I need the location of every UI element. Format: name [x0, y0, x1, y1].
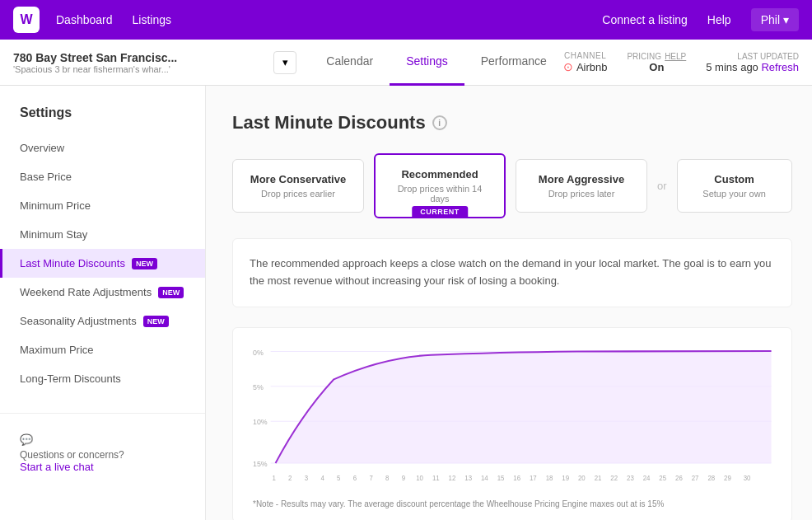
- airbnb-icon: ⊙: [563, 60, 573, 73]
- svg-text:2: 2: [288, 475, 292, 482]
- nav-links: Dashboard Listings: [56, 13, 602, 26]
- last-updated-info: LAST UPDATED 5 mins ago Refresh: [706, 52, 799, 73]
- svg-text:25: 25: [659, 475, 666, 482]
- option-recommended-subtitle: Drop prices within 14 days: [392, 184, 488, 204]
- svg-text:14: 14: [481, 475, 488, 482]
- pricing-label: PRICING help: [627, 52, 686, 61]
- sidebar-item-minimum-price[interactable]: Minimum Price: [0, 191, 205, 220]
- chart-container: 0% 5% 10% 15% 1 2 3: [232, 327, 792, 520]
- sidebar-title: Settings: [0, 105, 205, 134]
- sidebar-item-base-price[interactable]: Base Price: [0, 162, 205, 191]
- svg-text:30: 30: [744, 475, 751, 482]
- sidebar-item-long-term[interactable]: Long-Term Discounts: [0, 364, 205, 393]
- svg-text:4: 4: [320, 475, 324, 482]
- svg-text:0%: 0%: [253, 348, 264, 356]
- option-custom-title: Custom: [698, 173, 772, 185]
- chart-area: 0% 5% 10% 15% 1 2 3: [253, 344, 772, 493]
- option-recommended[interactable]: Recommended Drop prices within 14 days C…: [374, 153, 506, 218]
- property-subtitle: 'Spacious 3 br near fisherman's whar...': [13, 64, 273, 74]
- page-title: Last Minute Discounts i: [232, 112, 792, 134]
- channel-name: Airbnb: [576, 61, 608, 73]
- connect-listing-link[interactable]: Connect a listing: [602, 13, 688, 26]
- svg-text:23: 23: [627, 475, 634, 482]
- sidebar-item-weekend-rate[interactable]: Weekend Rate Adjustments NEW: [0, 278, 205, 307]
- svg-text:22: 22: [610, 475, 618, 482]
- option-custom[interactable]: Custom Setup your own: [677, 159, 792, 213]
- chat-link[interactable]: Start a live chat: [20, 461, 94, 473]
- property-dropdown[interactable]: ▾: [273, 51, 296, 74]
- nav-right: Connect a listing Help Phil ▾: [602, 8, 799, 31]
- svg-text:15: 15: [497, 475, 505, 482]
- new-badge-weekend: NEW: [158, 287, 184, 298]
- svg-text:9: 9: [402, 475, 406, 482]
- chevron-down-icon: ▾: [282, 56, 288, 68]
- tab-settings[interactable]: Settings: [390, 40, 464, 86]
- option-aggressive-subtitle: Drop prices later: [533, 189, 630, 199]
- user-menu[interactable]: Phil ▾: [751, 8, 799, 31]
- svg-text:6: 6: [353, 475, 357, 482]
- current-badge: CURRENT: [412, 206, 468, 218]
- svg-text:21: 21: [595, 475, 602, 482]
- property-title: 780 Bay Street San Francisc...: [13, 51, 273, 64]
- svg-text:5%: 5%: [253, 382, 264, 391]
- option-custom-subtitle: Setup your own: [698, 189, 772, 199]
- pricing-help[interactable]: help: [665, 52, 686, 61]
- or-label: or: [657, 180, 667, 192]
- svg-text:26: 26: [675, 475, 683, 482]
- sidebar-item-maximum-price[interactable]: Maximum Price: [0, 335, 205, 364]
- tab-calendar[interactable]: Calendar: [310, 40, 390, 86]
- description-box: The recommended approach keeps a close w…: [232, 238, 792, 307]
- chat-question: Questions or concerns?: [20, 449, 185, 461]
- property-tabs: Calendar Settings Performance: [310, 40, 563, 86]
- svg-text:10%: 10%: [253, 418, 268, 426]
- help-link[interactable]: Help: [707, 13, 731, 26]
- sidebar: Settings Overview Base Price Minimum Pri…: [0, 86, 206, 520]
- logo: W: [13, 7, 40, 33]
- sidebar-item-minimum-stay[interactable]: Minimum Stay: [0, 220, 205, 249]
- top-nav: W Dashboard Listings Connect a listing H…: [0, 0, 812, 40]
- last-updated-label: LAST UPDATED: [706, 52, 799, 61]
- svg-text:3: 3: [305, 475, 309, 482]
- svg-text:5: 5: [337, 475, 341, 482]
- svg-text:10: 10: [416, 475, 423, 482]
- channel-value: ⊙ Airbnb: [563, 60, 608, 73]
- option-conservative-title: More Conservative: [250, 173, 347, 185]
- svg-text:28: 28: [707, 475, 715, 482]
- svg-text:19: 19: [562, 475, 569, 482]
- svg-text:11: 11: [432, 475, 440, 482]
- svg-text:27: 27: [692, 475, 699, 482]
- channel-label: CHANNEL: [563, 51, 608, 60]
- nav-listings[interactable]: Listings: [133, 13, 171, 26]
- pricing-status: On: [627, 61, 686, 73]
- user-chevron-icon: ▾: [783, 13, 789, 26]
- sidebar-item-overview[interactable]: Overview: [0, 134, 205, 162]
- property-info: 780 Bay Street San Francisc... 'Spacious…: [13, 51, 273, 74]
- info-icon[interactable]: i: [432, 115, 447, 130]
- sidebar-item-seasonality[interactable]: Seasonality Adjustments NEW: [0, 307, 205, 335]
- svg-text:24: 24: [643, 475, 651, 482]
- last-updated-value: 5 mins ago Refresh: [706, 61, 799, 73]
- option-aggressive-title: More Aggressive: [533, 173, 630, 185]
- svg-text:20: 20: [578, 475, 586, 482]
- chart-svg: 0% 5% 10% 15% 1 2 3: [253, 344, 772, 493]
- svg-text:13: 13: [464, 475, 472, 482]
- refresh-button[interactable]: Refresh: [761, 61, 799, 73]
- svg-text:12: 12: [449, 475, 456, 482]
- svg-text:7: 7: [369, 475, 373, 482]
- option-conservative[interactable]: More Conservative Drop prices earlier: [232, 159, 364, 213]
- main-content: Last Minute Discounts i More Conservativ…: [206, 86, 812, 520]
- sidebar-item-last-minute[interactable]: Last Minute Discounts NEW: [0, 249, 205, 278]
- channel-section: CHANNEL ⊙ Airbnb PRICING help On LAST UP…: [563, 51, 799, 73]
- discount-options: More Conservative Drop prices earlier Re…: [232, 153, 792, 218]
- tab-performance[interactable]: Performance: [464, 40, 563, 86]
- description-text: The recommended approach keeps a close w…: [250, 257, 772, 287]
- property-bar: 780 Bay Street San Francisc... 'Spacious…: [0, 40, 812, 86]
- user-name: Phil: [761, 13, 780, 26]
- new-badge-last-minute: NEW: [132, 258, 157, 269]
- nav-dashboard[interactable]: Dashboard: [56, 13, 113, 26]
- option-aggressive[interactable]: More Aggressive Drop prices later: [516, 159, 647, 213]
- svg-text:8: 8: [385, 475, 390, 482]
- svg-text:29: 29: [724, 475, 731, 482]
- pricing-info: PRICING help On: [627, 52, 686, 73]
- channel-info: CHANNEL ⊙ Airbnb: [563, 51, 608, 73]
